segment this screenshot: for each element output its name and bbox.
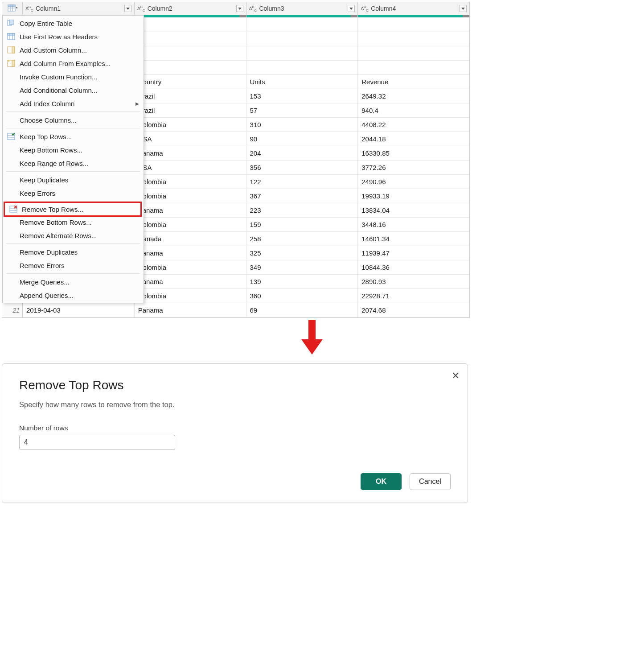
cell[interactable]: 356 xyxy=(246,161,358,175)
cell[interactable] xyxy=(358,18,469,32)
cell[interactable]: 13834.04 xyxy=(358,203,469,218)
cell[interactable]: 223 xyxy=(246,203,358,218)
cell[interactable]: 2074.68 xyxy=(358,303,469,317)
cell[interactable]: Panama xyxy=(135,146,246,161)
table-menu-button[interactable] xyxy=(2,2,23,15)
cell[interactable]: 940.4 xyxy=(358,103,469,118)
filter-dropdown-icon[interactable] xyxy=(460,5,467,12)
menu-item-remove-top-rows[interactable]: Remove Top Rows... xyxy=(4,202,142,217)
cell[interactable]: Canada xyxy=(135,232,246,246)
cell[interactable] xyxy=(358,61,469,75)
menu-item-keep-range-of-rows[interactable]: Keep Range of Rows... xyxy=(3,157,144,170)
cell[interactable] xyxy=(135,32,246,46)
cell[interactable]: Panama xyxy=(135,303,246,317)
menu-item-add-conditional-column[interactable]: Add Conditional Column... xyxy=(3,83,144,97)
menu-item-merge-queries[interactable]: Merge Queries... xyxy=(3,275,144,289)
number-of-rows-input[interactable] xyxy=(19,435,175,450)
menu-item-remove-duplicates[interactable]: Remove Duplicates xyxy=(3,245,144,259)
cell[interactable] xyxy=(246,61,358,75)
cell[interactable]: 4408.22 xyxy=(358,118,469,132)
cell[interactable] xyxy=(246,46,358,61)
menu-item-add-index-column[interactable]: Add Index Column▶ xyxy=(3,97,144,110)
cell[interactable]: Country xyxy=(135,75,246,89)
cell[interactable]: Panama xyxy=(135,203,246,218)
cell[interactable]: 367 xyxy=(246,189,358,203)
cell[interactable] xyxy=(135,61,246,75)
cell[interactable]: Revenue xyxy=(358,75,469,89)
menu-item-copy-entire-table[interactable]: Copy Entire Table xyxy=(3,16,144,30)
column-header-1[interactable]: ABC Column1 xyxy=(23,2,135,15)
cell[interactable]: Colombia xyxy=(135,289,246,303)
cell[interactable]: 11939.47 xyxy=(358,246,469,260)
column-header-3[interactable]: ABC Column3 xyxy=(246,2,358,15)
menu-item-add-column-from-examples[interactable]: Add Column From Examples... xyxy=(3,57,144,70)
cell[interactable]: 349 xyxy=(246,260,358,275)
menu-item-choose-columns[interactable]: Choose Columns... xyxy=(3,113,144,127)
cell[interactable]: Panama xyxy=(135,246,246,260)
menu-item-remove-alternate-rows[interactable]: Remove Alternate Rows... xyxy=(3,229,144,242)
cell[interactable] xyxy=(358,32,469,46)
cell[interactable]: 139 xyxy=(246,275,358,289)
cell[interactable]: 2044.18 xyxy=(358,132,469,146)
cell[interactable]: 69 xyxy=(246,303,358,317)
cell[interactable]: 2890.93 xyxy=(358,275,469,289)
filter-dropdown-icon[interactable] xyxy=(348,5,355,12)
cell[interactable]: 122 xyxy=(246,175,358,189)
menu-item-keep-errors[interactable]: Keep Errors xyxy=(3,186,144,200)
menu-item-add-custom-column[interactable]: Add Custom Column... xyxy=(3,43,144,57)
menu-item-remove-bottom-rows[interactable]: Remove Bottom Rows... xyxy=(3,215,144,229)
cell[interactable] xyxy=(358,46,469,61)
cell[interactable]: Colombia xyxy=(135,260,246,275)
cell[interactable]: Brazil xyxy=(135,89,246,103)
menu-item-remove-errors[interactable]: Remove Errors xyxy=(3,259,144,272)
cell[interactable]: 19933.19 xyxy=(358,189,469,203)
cell[interactable]: 3448.16 xyxy=(358,218,469,232)
menu-item-use-first-row-as-headers[interactable]: Use First Row as Headers xyxy=(3,30,144,43)
cell[interactable]: 258 xyxy=(246,232,358,246)
cell[interactable]: 90 xyxy=(246,132,358,146)
filter-dropdown-icon[interactable] xyxy=(236,5,243,12)
table-row[interactable]: 212019-04-03Panama692074.68 xyxy=(2,303,469,317)
menu-separator xyxy=(6,111,140,112)
ok-button[interactable]: OK xyxy=(361,473,402,490)
menu-item-keep-top-rows[interactable]: Keep Top Rows... xyxy=(3,130,144,143)
cell[interactable]: 310 xyxy=(246,118,358,132)
cell[interactable]: 2649.32 xyxy=(358,89,469,103)
cell[interactable]: 14601.34 xyxy=(358,232,469,246)
cell[interactable]: 22928.71 xyxy=(358,289,469,303)
cell[interactable]: 325 xyxy=(246,246,358,260)
cell[interactable] xyxy=(246,32,358,46)
cell[interactable]: 204 xyxy=(246,146,358,161)
cell[interactable]: 3772.26 xyxy=(358,161,469,175)
cell[interactable]: 159 xyxy=(246,218,358,232)
cell[interactable]: 2490.96 xyxy=(358,175,469,189)
column-header-2[interactable]: ABC Column2 xyxy=(135,2,246,15)
cell[interactable] xyxy=(135,46,246,61)
cell[interactable]: Brazil xyxy=(135,103,246,118)
cell[interactable]: USA xyxy=(135,161,246,175)
cell[interactable]: 57 xyxy=(246,103,358,118)
cell[interactable]: 10844.36 xyxy=(358,260,469,275)
cell[interactable]: Units xyxy=(246,75,358,89)
cell[interactable]: USA xyxy=(135,132,246,146)
cell[interactable]: Panama xyxy=(135,275,246,289)
menu-item-keep-bottom-rows[interactable]: Keep Bottom Rows... xyxy=(3,143,144,157)
cell[interactable] xyxy=(246,18,358,32)
menu-item-keep-duplicates[interactable]: Keep Duplicates xyxy=(3,173,144,186)
filter-dropdown-icon[interactable] xyxy=(124,5,131,12)
cell[interactable]: 153 xyxy=(246,89,358,103)
cell[interactable]: Colombia xyxy=(135,175,246,189)
cell[interactable]: Colombia xyxy=(135,218,246,232)
cell[interactable]: Colombia xyxy=(135,189,246,203)
cell[interactable] xyxy=(135,18,246,32)
cell[interactable]: 360 xyxy=(246,289,358,303)
cancel-button[interactable]: Cancel xyxy=(410,473,451,490)
flow-arrow-icon xyxy=(0,320,624,355)
close-icon[interactable]: ✕ xyxy=(452,370,460,382)
menu-item-append-queries[interactable]: Append Queries... xyxy=(3,289,144,302)
cell[interactable]: 16330.85 xyxy=(358,146,469,161)
cell[interactable]: Colombia xyxy=(135,118,246,132)
menu-item-invoke-custom-function[interactable]: Invoke Custom Function... xyxy=(3,70,144,83)
column-header-4[interactable]: ABC Column4 xyxy=(358,2,469,15)
cell[interactable]: 2019-04-03 xyxy=(23,303,135,317)
